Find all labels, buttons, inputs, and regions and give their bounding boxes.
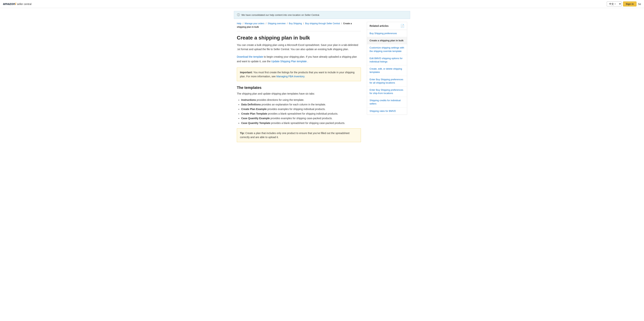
breadcrumb-sep-3: / — [287, 22, 288, 25]
header-extra: Se — [638, 2, 641, 6]
tip-text: Create a plan that includes only one pro… — [240, 132, 350, 139]
related-link-edit-bmvd[interactable]: Edit BMVD shipping options for individua… — [367, 55, 407, 65]
breadcrumb-sep-4: / — [303, 22, 304, 25]
info-icon: ⓘ — [237, 13, 240, 17]
breadcrumb-sep-5: / — [341, 22, 342, 25]
breadcrumb-sep-1: / — [243, 22, 243, 25]
related-item-enter-buy-shipping-ship-from: Enter Buy Shipping preferences for ship-… — [367, 86, 407, 97]
related-item-shipping-credits: Shipping credits for individual sellers — [367, 97, 407, 108]
related-item-shipping-templates: Create, edit, or delete shipping templat… — [367, 66, 407, 76]
breadcrumb-manage-orders[interactable]: Manage your orders — [245, 22, 264, 25]
language-selector[interactable]: 中文 ÷ English — [607, 2, 622, 6]
seller-central-label: seller central — [17, 2, 32, 6]
bullet-create-plan-example: Create Plan Example provides examples fo… — [241, 107, 361, 112]
breadcrumb-divider — [237, 31, 361, 31]
related-item-enter-buy-shipping-all: Enter Buy Shipping preferences for all s… — [367, 76, 407, 86]
important-box: Important: You must first create the lis… — [237, 68, 361, 81]
sidebar: Related articles 📄 Buy Shipping preferen… — [367, 22, 407, 142]
article-links-para: Download the template to begin creating … — [237, 54, 361, 64]
related-link-customize-shipping[interactable]: Customize shipping settings with the shi… — [367, 44, 407, 54]
tip-box: Tip: Create a plan that includes only on… — [237, 128, 361, 142]
related-link-shipping-rates-bmvd[interactable]: Shipping rates for BMVD — [367, 108, 407, 114]
amazon-smile: / — [15, 2, 16, 6]
sign-in-button[interactable]: Sign in — [623, 2, 636, 6]
breadcrumb-help[interactable]: Help — [237, 22, 242, 25]
related-link-create-shipping-plan: Create a shipping plan in bulk — [367, 37, 407, 44]
header-right: 中文 ÷ English Sign in Se — [607, 2, 641, 6]
doc-icon: 📄 — [400, 24, 404, 28]
related-item-buy-shipping-prefs: Buy Shipping preferences — [367, 30, 407, 37]
related-item-shipping-rates-bmvd: Shipping rates for BMVD — [367, 108, 407, 114]
templates-bullet-list: Instructions provides directions for usi… — [237, 98, 361, 126]
related-item-edit-bmvd: Edit BMVD shipping options for individua… — [367, 55, 407, 66]
templates-section-title: The templates — [237, 86, 361, 90]
important-label: Important: — [240, 71, 252, 74]
bullet-data-definitions: Data Definitions provides an explanation… — [241, 102, 361, 107]
breadcrumb-buy-shipping-seller-central[interactable]: Buy shipping through Seller Central — [305, 22, 340, 25]
managing-fba-link[interactable]: Managing FBA Inventory. — [276, 75, 305, 78]
bullet-create-plan-template: Create Plan Template provides a blank sp… — [241, 112, 361, 116]
main-container: Help / Manage your orders / Shipping ove… — [234, 22, 410, 150]
breadcrumb-buy-shipping[interactable]: Buy Shipping — [289, 22, 302, 25]
banner-message: We have consolidated our help content in… — [242, 14, 320, 16]
breadcrumb: Help / Manage your orders / Shipping ove… — [237, 22, 361, 29]
related-articles-title: Related articles — [370, 24, 389, 27]
related-link-shipping-credits[interactable]: Shipping credits for individual sellers — [367, 97, 407, 107]
bullet-case-quantity-example: Case Quantity Example provides examples … — [241, 116, 361, 121]
content-area: Help / Manage your orders / Shipping ove… — [237, 22, 361, 142]
info-banner: ⓘ We have consolidated our help content … — [234, 11, 410, 19]
breadcrumb-shipping-overview[interactable]: Shipping overview — [268, 22, 286, 25]
related-articles-header: Related articles 📄 — [367, 22, 407, 30]
bullet-instructions: Instructions provides directions for usi… — [241, 98, 361, 102]
bullet-case-quantity-template: Case Quantity Template provides a blank … — [241, 121, 361, 126]
related-item-create-shipping-plan: Create a shipping plan in bulk — [367, 37, 407, 44]
related-articles-box: Related articles 📄 Buy Shipping preferen… — [367, 22, 407, 115]
download-template-link[interactable]: Download the template — [237, 55, 263, 58]
related-link-buy-shipping-prefs[interactable]: Buy Shipping preferences — [367, 30, 407, 37]
links-after-text: . — [308, 60, 308, 63]
related-articles-list: Buy Shipping preferences Create a shippi… — [367, 30, 407, 114]
tip-label: Tip: — [240, 132, 244, 134]
amazon-logo: amazon/ — [3, 2, 16, 6]
related-item-customize-shipping: Customize shipping settings with the shi… — [367, 44, 407, 55]
related-link-enter-buy-shipping-all[interactable]: Enter Buy Shipping preferences for all s… — [367, 76, 407, 86]
article-title: Create a shipping plan in bulk — [237, 35, 361, 41]
related-link-enter-buy-shipping-ship-from[interactable]: Enter Buy Shipping preferences for ship-… — [367, 86, 407, 97]
logo-area: amazon/ seller central — [3, 2, 32, 6]
breadcrumb-sep-2: / — [266, 22, 266, 25]
article-intro: You can create a bulk shipping plan usin… — [237, 43, 361, 51]
update-template-link[interactable]: Update Shipping Plan template — [271, 60, 307, 63]
page-header: amazon/ seller central 中文 ÷ English Sign… — [0, 0, 644, 8]
amazon-text: amazon — [3, 2, 15, 6]
related-link-shipping-templates[interactable]: Create, edit, or delete shipping templat… — [367, 66, 407, 76]
templates-intro: The shipping plan and update shipping pl… — [237, 92, 361, 96]
